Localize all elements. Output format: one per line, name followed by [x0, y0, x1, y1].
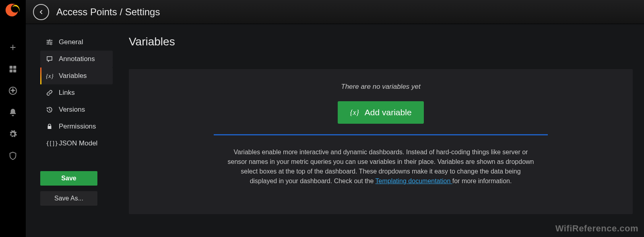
sidebar-item-permissions[interactable]: Permissions [40, 118, 113, 135]
history-icon [46, 106, 56, 113]
save-button[interactable]: Save [40, 171, 97, 186]
svg-rect-2 [10, 69, 12, 72]
empty-state-message: There are no variables yet [137, 83, 625, 91]
variable-icon: {x} [350, 108, 359, 117]
variable-icon: {x} [46, 73, 56, 80]
add-variable-label: Add variable [365, 108, 412, 117]
sidebar-item-label: Variables [59, 72, 87, 80]
info-text-after: for more information. [452, 178, 512, 184]
settings-sidebar: General Annotations {x} Variables Links … [26, 24, 113, 237]
watermark: WifiReference.com [555, 223, 638, 234]
sidebar-item-links[interactable]: Links [40, 84, 113, 101]
svg-rect-1 [13, 66, 16, 69]
templating-doc-link[interactable]: Templating documentation [376, 178, 452, 184]
main-panel: Variables There are no variables yet {x}… [113, 24, 644, 237]
link-icon [46, 89, 56, 96]
sidebar-item-json-model[interactable]: {[]} JSON Model [40, 135, 113, 152]
sliders-icon [46, 39, 56, 46]
info-box: Variables enable more interactive and dy… [214, 134, 548, 198]
lock-icon [46, 123, 56, 130]
sidebar-item-label: Permissions [59, 123, 96, 131]
shield-icon[interactable] [5, 148, 21, 164]
add-variable-button[interactable]: {x} Add variable [338, 101, 424, 124]
nav-rail [0, 0, 26, 237]
sidebar-item-label: General [59, 38, 83, 46]
variables-panel: There are no variables yet {x} Add varia… [129, 69, 633, 214]
add-icon[interactable] [5, 39, 21, 55]
sidebar-item-general[interactable]: General [40, 34, 113, 51]
comment-icon [46, 55, 56, 63]
explore-icon[interactable] [5, 83, 21, 99]
sidebar-item-versions[interactable]: Versions [40, 101, 113, 118]
page-title: Variables [129, 35, 633, 48]
sidebar-item-label: Annotations [59, 55, 95, 63]
sidebar-item-label: JSON Model [59, 139, 97, 147]
configuration-icon[interactable] [5, 126, 21, 142]
sidebar-item-label: Links [59, 89, 75, 97]
svg-rect-3 [13, 69, 16, 72]
content-area: General Annotations {x} Variables Links … [26, 24, 644, 237]
save-as-button[interactable]: Save As... [40, 191, 97, 206]
breadcrumb: Access Points / Settings [56, 6, 160, 18]
sidebar-item-label: Versions [59, 106, 85, 114]
back-button[interactable] [33, 4, 49, 20]
json-icon: {[]} [46, 140, 56, 147]
arrow-left-icon [38, 9, 44, 15]
svg-rect-0 [10, 66, 12, 69]
sidebar-item-variables[interactable]: {x} Variables [40, 67, 113, 84]
grafana-logo-icon[interactable] [5, 2, 21, 18]
alerting-icon[interactable] [5, 104, 21, 121]
dashboards-icon[interactable] [5, 61, 21, 77]
topbar: Access Points / Settings [26, 0, 644, 24]
sidebar-item-annotations[interactable]: Annotations [40, 51, 113, 67]
